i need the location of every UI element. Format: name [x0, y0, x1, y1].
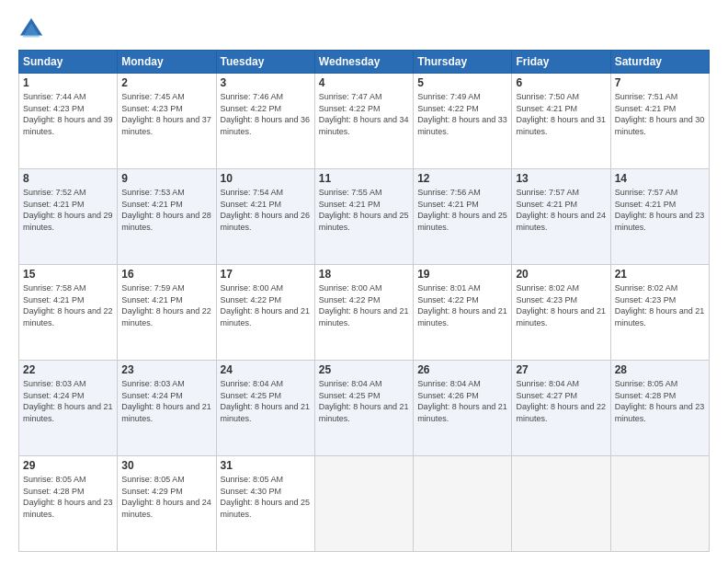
calendar-cell: 15 Sunrise: 7:58 AMSunset: 4:21 PMDaylig… — [19, 265, 118, 361]
calendar-cell: 7 Sunrise: 7:51 AMSunset: 4:21 PMDayligh… — [610, 74, 709, 169]
day-info: Sunrise: 8:05 AMSunset: 4:28 PMDaylight:… — [615, 378, 705, 424]
day-info: Sunrise: 8:04 AMSunset: 4:25 PMDaylight:… — [221, 378, 311, 424]
calendar-week-2: 8 Sunrise: 7:52 AMSunset: 4:21 PMDayligh… — [19, 169, 710, 265]
calendar-header-friday: Friday — [512, 51, 610, 74]
day-number: 6 — [516, 76, 606, 89]
day-info: Sunrise: 8:01 AMSunset: 4:22 PMDaylight:… — [417, 282, 507, 328]
day-number: 9 — [121, 172, 211, 185]
day-info: Sunrise: 8:04 AMSunset: 4:26 PMDaylight:… — [417, 378, 507, 424]
day-number: 1 — [23, 76, 113, 89]
day-number: 20 — [516, 268, 606, 281]
day-number: 18 — [319, 268, 409, 281]
logo-icon — [18, 17, 44, 42]
calendar-cell: 10 Sunrise: 7:54 AMSunset: 4:21 PMDaylig… — [216, 169, 314, 265]
day-number: 28 — [615, 363, 705, 376]
day-number: 19 — [417, 268, 507, 281]
day-number: 26 — [417, 363, 507, 376]
calendar-cell — [512, 456, 610, 552]
day-number: 5 — [417, 76, 507, 89]
day-number: 7 — [615, 76, 705, 89]
day-info: Sunrise: 7:50 AMSunset: 4:21 PMDaylight:… — [516, 91, 606, 137]
calendar-cell: 29 Sunrise: 8:05 AMSunset: 4:28 PMDaylig… — [19, 456, 118, 552]
day-info: Sunrise: 7:54 AMSunset: 4:21 PMDaylight:… — [221, 187, 311, 233]
day-number: 31 — [221, 459, 311, 472]
day-number: 10 — [221, 172, 311, 185]
calendar-cell: 12 Sunrise: 7:56 AMSunset: 4:21 PMDaylig… — [414, 169, 512, 265]
day-number: 11 — [319, 172, 409, 185]
day-number: 16 — [121, 268, 211, 281]
day-info: Sunrise: 8:02 AMSunset: 4:23 PMDaylight:… — [615, 282, 705, 328]
calendar-cell: 8 Sunrise: 7:52 AMSunset: 4:21 PMDayligh… — [19, 169, 118, 265]
calendar-cell: 20 Sunrise: 8:02 AMSunset: 4:23 PMDaylig… — [512, 265, 610, 361]
calendar-cell: 3 Sunrise: 7:46 AMSunset: 4:22 PMDayligh… — [216, 74, 314, 169]
day-info: Sunrise: 7:47 AMSunset: 4:22 PMDaylight:… — [319, 91, 409, 137]
calendar-cell: 31 Sunrise: 8:05 AMSunset: 4:30 PMDaylig… — [216, 456, 314, 552]
calendar-cell: 6 Sunrise: 7:50 AMSunset: 4:21 PMDayligh… — [512, 74, 610, 169]
day-number: 8 — [23, 172, 113, 185]
calendar-cell: 16 Sunrise: 7:59 AMSunset: 4:21 PMDaylig… — [118, 265, 216, 361]
day-info: Sunrise: 8:05 AMSunset: 4:30 PMDaylight:… — [221, 474, 311, 520]
day-info: Sunrise: 8:00 AMSunset: 4:22 PMDaylight:… — [319, 282, 409, 328]
day-info: Sunrise: 7:46 AMSunset: 4:22 PMDaylight:… — [221, 91, 311, 137]
calendar-header-tuesday: Tuesday — [216, 51, 314, 74]
calendar-cell: 28 Sunrise: 8:05 AMSunset: 4:28 PMDaylig… — [610, 361, 709, 456]
calendar-table: SundayMondayTuesdayWednesdayThursdayFrid… — [18, 50, 710, 552]
calendar-cell: 21 Sunrise: 8:02 AMSunset: 4:23 PMDaylig… — [610, 265, 709, 361]
calendar-week-4: 22 Sunrise: 8:03 AMSunset: 4:24 PMDaylig… — [19, 361, 710, 456]
calendar-week-1: 1 Sunrise: 7:44 AMSunset: 4:23 PMDayligh… — [19, 74, 710, 169]
day-number: 24 — [221, 363, 311, 376]
calendar-cell — [314, 456, 413, 552]
day-info: Sunrise: 7:57 AMSunset: 4:21 PMDaylight:… — [516, 187, 606, 233]
day-number: 17 — [221, 268, 311, 281]
calendar-header-saturday: Saturday — [610, 51, 709, 74]
calendar-cell: 14 Sunrise: 7:57 AMSunset: 4:21 PMDaylig… — [610, 169, 709, 265]
calendar-cell: 22 Sunrise: 8:03 AMSunset: 4:24 PMDaylig… — [19, 361, 118, 456]
day-number: 4 — [319, 76, 409, 89]
day-info: Sunrise: 7:58 AMSunset: 4:21 PMDaylight:… — [23, 282, 113, 328]
day-info: Sunrise: 7:55 AMSunset: 4:21 PMDaylight:… — [319, 187, 409, 233]
calendar-cell: 17 Sunrise: 8:00 AMSunset: 4:22 PMDaylig… — [216, 265, 314, 361]
calendar-cell — [610, 456, 709, 552]
day-info: Sunrise: 7:57 AMSunset: 4:21 PMDaylight:… — [615, 187, 705, 233]
day-info: Sunrise: 7:49 AMSunset: 4:22 PMDaylight:… — [417, 91, 507, 137]
calendar-header-wednesday: Wednesday — [314, 51, 413, 74]
calendar-header-monday: Monday — [118, 51, 216, 74]
calendar-cell: 2 Sunrise: 7:45 AMSunset: 4:23 PMDayligh… — [118, 74, 216, 169]
day-number: 2 — [121, 76, 211, 89]
day-number: 15 — [23, 268, 113, 281]
calendar-cell: 25 Sunrise: 8:04 AMSunset: 4:25 PMDaylig… — [314, 361, 413, 456]
calendar-cell: 11 Sunrise: 7:55 AMSunset: 4:21 PMDaylig… — [314, 169, 413, 265]
day-info: Sunrise: 8:03 AMSunset: 4:24 PMDaylight:… — [23, 378, 113, 424]
day-info: Sunrise: 8:05 AMSunset: 4:28 PMDaylight:… — [23, 474, 113, 520]
day-info: Sunrise: 8:04 AMSunset: 4:25 PMDaylight:… — [319, 378, 409, 424]
day-info: Sunrise: 7:53 AMSunset: 4:21 PMDaylight:… — [121, 187, 211, 233]
logo — [18, 17, 48, 42]
day-info: Sunrise: 7:45 AMSunset: 4:23 PMDaylight:… — [121, 91, 211, 137]
day-info: Sunrise: 8:00 AMSunset: 4:22 PMDaylight:… — [221, 282, 311, 328]
header — [18, 17, 710, 42]
day-number: 30 — [121, 459, 211, 472]
calendar-week-3: 15 Sunrise: 7:58 AMSunset: 4:21 PMDaylig… — [19, 265, 710, 361]
calendar-cell: 9 Sunrise: 7:53 AMSunset: 4:21 PMDayligh… — [118, 169, 216, 265]
day-number: 12 — [417, 172, 507, 185]
calendar-cell: 19 Sunrise: 8:01 AMSunset: 4:22 PMDaylig… — [414, 265, 512, 361]
day-number: 27 — [516, 363, 606, 376]
day-info: Sunrise: 8:05 AMSunset: 4:29 PMDaylight:… — [121, 474, 211, 520]
calendar-cell: 23 Sunrise: 8:03 AMSunset: 4:24 PMDaylig… — [118, 361, 216, 456]
day-number: 3 — [221, 76, 311, 89]
day-number: 14 — [615, 172, 705, 185]
day-number: 29 — [23, 459, 113, 472]
calendar-header-sunday: Sunday — [19, 51, 118, 74]
day-info: Sunrise: 8:04 AMSunset: 4:27 PMDaylight:… — [516, 378, 606, 424]
calendar-cell: 27 Sunrise: 8:04 AMSunset: 4:27 PMDaylig… — [512, 361, 610, 456]
day-number: 25 — [319, 363, 409, 376]
calendar-cell: 5 Sunrise: 7:49 AMSunset: 4:22 PMDayligh… — [414, 74, 512, 169]
day-info: Sunrise: 7:59 AMSunset: 4:21 PMDaylight:… — [121, 282, 211, 328]
calendar-cell — [414, 456, 512, 552]
day-number: 21 — [615, 268, 705, 281]
calendar-cell: 24 Sunrise: 8:04 AMSunset: 4:25 PMDaylig… — [216, 361, 314, 456]
day-info: Sunrise: 8:02 AMSunset: 4:23 PMDaylight:… — [516, 282, 606, 328]
day-number: 13 — [516, 172, 606, 185]
calendar-cell: 13 Sunrise: 7:57 AMSunset: 4:21 PMDaylig… — [512, 169, 610, 265]
calendar-cell: 18 Sunrise: 8:00 AMSunset: 4:22 PMDaylig… — [314, 265, 413, 361]
